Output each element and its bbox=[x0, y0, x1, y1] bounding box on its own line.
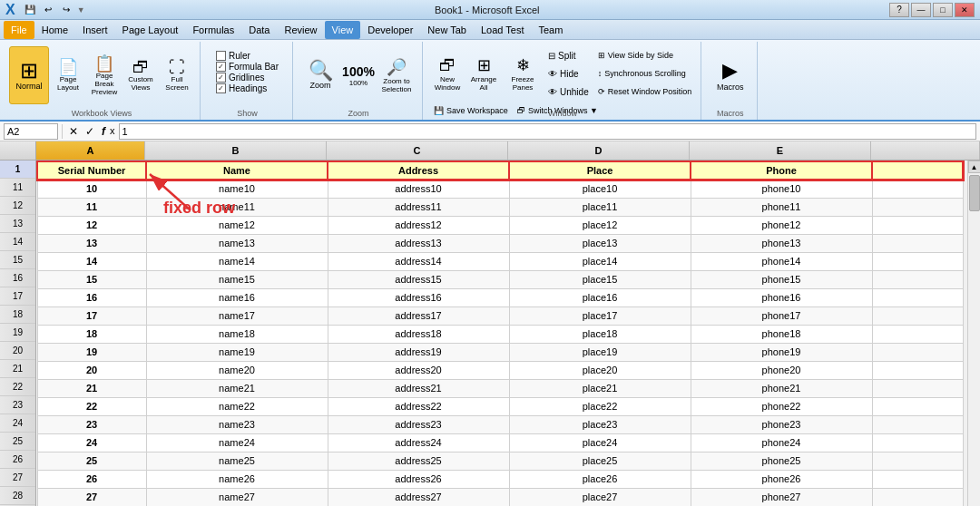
cell-name[interactable]: name27 bbox=[146, 488, 328, 506]
maximize-button[interactable]: □ bbox=[933, 3, 953, 17]
cell-name[interactable]: name10 bbox=[146, 180, 328, 198]
cell-address[interactable]: address19 bbox=[328, 343, 509, 361]
cell-phone[interactable]: phone11 bbox=[691, 198, 872, 216]
scroll-up-button[interactable]: ▲ bbox=[968, 161, 981, 173]
macros-button[interactable]: ▶ Macros bbox=[710, 46, 750, 104]
cell-phone[interactable]: phone26 bbox=[691, 470, 872, 488]
cell-serial[interactable]: 11 bbox=[37, 198, 146, 216]
cell-serial[interactable]: 22 bbox=[37, 397, 146, 415]
cell-address[interactable]: address27 bbox=[328, 488, 509, 506]
cell-serial[interactable]: 23 bbox=[37, 415, 146, 433]
cell-name[interactable]: name17 bbox=[146, 307, 328, 325]
cell-place[interactable]: place23 bbox=[509, 415, 691, 433]
cell-serial[interactable]: 12 bbox=[37, 216, 146, 234]
row-num-21[interactable]: 21 bbox=[0, 360, 35, 378]
col-header-c[interactable]: C bbox=[327, 141, 508, 160]
row-num-19[interactable]: 19 bbox=[0, 324, 35, 342]
row-num-27[interactable]: 27 bbox=[0, 469, 35, 487]
cell-name[interactable]: name13 bbox=[146, 234, 328, 252]
row-num-11[interactable]: 11 bbox=[0, 179, 35, 197]
cell-address[interactable]: address15 bbox=[328, 270, 509, 288]
cell-place[interactable]: place24 bbox=[509, 433, 691, 452]
header-phone[interactable]: Phone bbox=[691, 161, 872, 180]
row-num-17[interactable]: 17 bbox=[0, 287, 35, 306]
row-num-14[interactable]: 14 bbox=[0, 233, 35, 251]
cell-serial[interactable]: 14 bbox=[37, 252, 146, 270]
header-address[interactable]: Address bbox=[328, 161, 509, 180]
row-num-25[interactable]: 25 bbox=[0, 433, 35, 451]
header-place[interactable]: Place bbox=[509, 161, 691, 180]
view-side-by-side-button[interactable]: ⊞ View Side by Side bbox=[594, 47, 696, 63]
cell-phone[interactable]: phone20 bbox=[691, 361, 872, 379]
cell-place[interactable]: place10 bbox=[509, 180, 691, 198]
cell-name[interactable]: name14 bbox=[146, 252, 328, 270]
help-icon[interactable]: ? bbox=[889, 3, 909, 17]
row-num-20[interactable]: 20 bbox=[0, 342, 35, 360]
zoom-button[interactable]: 🔍 Zoom bbox=[300, 46, 340, 104]
redo-icon[interactable]: ↪ bbox=[59, 3, 74, 17]
zoom-selection-button[interactable]: 🔎 Zoom to Selection bbox=[377, 46, 416, 104]
cell-serial[interactable]: 10 bbox=[37, 180, 146, 198]
header-serial-number[interactable]: Serial Number bbox=[37, 161, 146, 180]
menu-page-layout[interactable]: Page Layout bbox=[115, 21, 186, 39]
cell-place[interactable]: place14 bbox=[509, 252, 691, 270]
cell-address[interactable]: address14 bbox=[328, 252, 509, 270]
menu-insert[interactable]: Insert bbox=[75, 21, 115, 39]
cell-address[interactable]: address25 bbox=[328, 452, 509, 470]
row-num-12[interactable]: 12 bbox=[0, 197, 35, 215]
cell-serial[interactable]: 15 bbox=[37, 270, 146, 288]
col-header-e[interactable]: E bbox=[690, 141, 871, 160]
cell-phone[interactable]: phone12 bbox=[691, 216, 872, 234]
cell-serial[interactable]: 16 bbox=[37, 288, 146, 307]
row-num-24[interactable]: 24 bbox=[0, 414, 35, 433]
ruler-checkbox-row[interactable]: Ruler bbox=[216, 51, 279, 61]
cell-phone[interactable]: phone21 bbox=[691, 379, 872, 397]
cell-place[interactable]: place15 bbox=[509, 270, 691, 288]
full-screen-button[interactable]: ⛶ Full Screen bbox=[160, 46, 194, 104]
sync-scrolling-button[interactable]: ↕ Synchronous Scrolling bbox=[594, 65, 696, 82]
cell-place[interactable]: place19 bbox=[509, 343, 691, 361]
cell-name[interactable]: name19 bbox=[146, 343, 328, 361]
row-num-15[interactable]: 15 bbox=[0, 251, 35, 269]
cell-serial[interactable]: 17 bbox=[37, 307, 146, 325]
menu-data[interactable]: Data bbox=[241, 21, 277, 39]
cell-serial[interactable]: 25 bbox=[37, 452, 146, 470]
cell-serial[interactable]: 21 bbox=[37, 379, 146, 397]
cell-address[interactable]: address13 bbox=[328, 234, 509, 252]
cell-phone[interactable]: phone14 bbox=[691, 252, 872, 270]
row-num-28[interactable]: 28 bbox=[0, 487, 35, 505]
headings-checkbox-row[interactable]: ✓ Headings bbox=[216, 83, 279, 93]
menu-developer[interactable]: Developer bbox=[360, 21, 420, 39]
cell-serial[interactable]: 18 bbox=[37, 325, 146, 343]
save-quick-icon[interactable]: 💾 bbox=[23, 3, 37, 17]
formula-input[interactable] bbox=[119, 123, 977, 140]
row-num-23[interactable]: 23 bbox=[0, 396, 35, 414]
formula-bar-checkbox[interactable]: ✓ bbox=[216, 62, 226, 72]
cell-phone[interactable]: phone23 bbox=[691, 415, 872, 433]
headings-checkbox[interactable]: ✓ bbox=[216, 83, 226, 93]
cell-address[interactable]: address20 bbox=[328, 361, 509, 379]
scroll-thumb[interactable] bbox=[969, 175, 980, 211]
close-button[interactable]: ✕ bbox=[955, 3, 975, 17]
customize-qa-icon[interactable]: ▼ bbox=[77, 5, 85, 15]
cell-name[interactable]: name25 bbox=[146, 452, 328, 470]
split-button[interactable]: ⊟ Split bbox=[544, 47, 593, 63]
col-header-a[interactable]: A bbox=[36, 141, 145, 160]
cell-address[interactable]: address23 bbox=[328, 415, 509, 433]
header-name[interactable]: Name bbox=[146, 161, 328, 180]
ruler-checkbox[interactable] bbox=[216, 51, 226, 61]
cell-phone[interactable]: phone22 bbox=[691, 397, 872, 415]
cell-name[interactable]: name16 bbox=[146, 288, 328, 307]
cancel-formula-button[interactable]: ✕ bbox=[66, 125, 81, 138]
page-break-button[interactable]: 📋 Page Break Preview bbox=[87, 46, 122, 104]
cell-name[interactable]: name26 bbox=[146, 470, 328, 488]
reset-position-button[interactable]: ⟳ Reset Window Position bbox=[594, 83, 696, 100]
cell-address[interactable]: address22 bbox=[328, 397, 509, 415]
col-header-b[interactable]: B bbox=[145, 141, 327, 160]
cell-phone[interactable]: phone17 bbox=[691, 307, 872, 325]
cell-address[interactable]: address24 bbox=[328, 433, 509, 452]
cell-name[interactable]: name18 bbox=[146, 325, 328, 343]
hide-button[interactable]: 👁 Hide bbox=[544, 65, 593, 82]
cell-serial[interactable]: 19 bbox=[37, 343, 146, 361]
menu-new-tab[interactable]: New Tab bbox=[420, 21, 474, 39]
